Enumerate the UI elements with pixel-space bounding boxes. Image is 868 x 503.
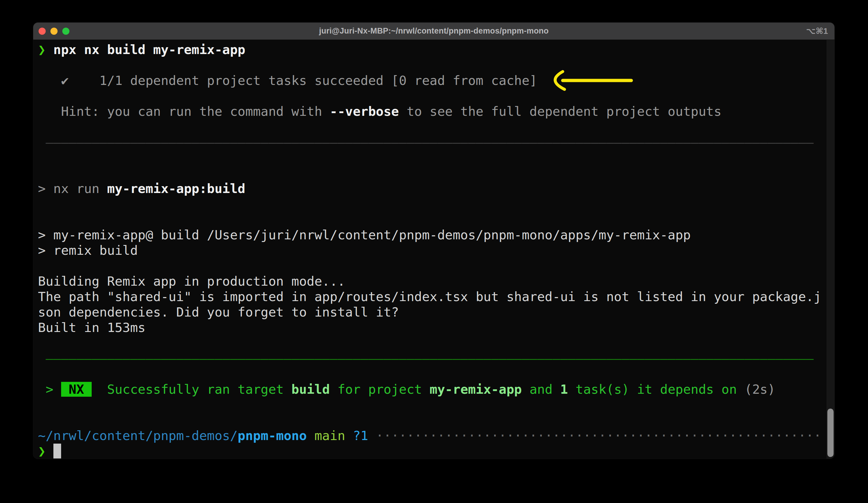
text-greenbold: my-remix-app bbox=[430, 382, 522, 397]
text-plain bbox=[46, 42, 53, 57]
command-line: ❯ npx nx build my-remix-app bbox=[38, 42, 826, 57]
terminal-window: juri@Juri-Nx-MBP:~/nrwl/content/pnpm-dem… bbox=[33, 22, 835, 459]
title-bar[interactable]: juri@Juri-Nx-MBP:~/nrwl/content/pnpm-dem… bbox=[33, 22, 835, 40]
text-dim bbox=[38, 135, 46, 150]
text-greenbold: 1 bbox=[560, 382, 568, 397]
divider-dashed: ————————————————————————————————————————… bbox=[46, 135, 814, 150]
scrollbar-thumb[interactable] bbox=[827, 409, 834, 457]
text-dim: > nx run bbox=[38, 181, 107, 196]
text-green bbox=[92, 382, 107, 397]
building-line: Building Remix app in production mode... bbox=[38, 273, 826, 289]
warning-line-2: son dependencies. Did you forget to inst… bbox=[38, 304, 826, 320]
nx-run-line: > nx run my-remix-app:build bbox=[38, 181, 826, 196]
cwd-path: ~/nrwl/content/pnpm-demos/ bbox=[38, 428, 238, 443]
divider-green: ————————————————————————————————————————… bbox=[46, 351, 814, 366]
duration-text: (2s) bbox=[745, 382, 775, 397]
text-green: task(s) it depends on bbox=[568, 382, 744, 397]
shell-prompt-line: ~/nrwl/content/pnpm-demos/pnpm-mono main… bbox=[38, 428, 826, 443]
prompt-filler-dots: ········································… bbox=[376, 428, 822, 443]
divider-row: ————————————————————————————————————————… bbox=[38, 134, 826, 150]
text-dim: to see the full dependent project output… bbox=[399, 104, 722, 119]
succeeded-text: 1/1 dependent project tasks succeeded [0… bbox=[69, 73, 537, 88]
text-green: and bbox=[522, 382, 560, 397]
text-plain bbox=[38, 351, 46, 366]
cursor-block bbox=[53, 444, 61, 459]
text-plain bbox=[345, 428, 353, 443]
hint-line: Hint: you can run the command with --ver… bbox=[38, 104, 826, 119]
git-branch: main bbox=[314, 428, 345, 443]
text-plain bbox=[46, 444, 53, 459]
minimize-button[interactable] bbox=[50, 28, 58, 35]
text-green: > bbox=[38, 382, 61, 397]
divider-row-green: ————————————————————————————————————————… bbox=[38, 351, 826, 366]
text-plain: Building Remix app in production mode... bbox=[38, 274, 345, 289]
prompt-chevron: ❯ bbox=[38, 42, 46, 57]
command-text: npx nx build my-remix-app bbox=[53, 42, 245, 57]
text-plain: > my-remix-app@ build /Users/juri/nrwl/c… bbox=[38, 228, 691, 242]
scrollbar-track[interactable] bbox=[826, 40, 835, 459]
text-plain: The path "shared-ui" is imported in app/… bbox=[38, 289, 822, 304]
terminal-row bbox=[38, 57, 826, 73]
zoom-button[interactable] bbox=[62, 28, 70, 35]
nx-badge: NX bbox=[61, 382, 92, 397]
window-title: juri@Juri-Nx-MBP:~/nrwl/content/pnpm-dem… bbox=[33, 27, 835, 36]
cwd-dir: pnpm-mono bbox=[238, 428, 307, 443]
remix-build-line: > remix build bbox=[38, 243, 826, 258]
close-button[interactable] bbox=[39, 28, 46, 35]
tab-shortcut-badge: ⌥⌘1 bbox=[806, 22, 828, 40]
task-name: my-remix-app:build bbox=[107, 181, 245, 196]
text-dim: Hint: you can run the command with bbox=[38, 104, 330, 119]
terminal-row bbox=[38, 196, 826, 212]
terminal-row bbox=[38, 165, 826, 181]
terminal-row bbox=[38, 119, 826, 134]
prompt-chevron: ❯ bbox=[38, 444, 46, 459]
text-plain: Built in 153ms bbox=[38, 320, 145, 335]
text-plain bbox=[368, 428, 376, 443]
terminal-row bbox=[38, 335, 826, 351]
tasks-succeeded-line: ✔ 1/1 dependent project tasks succeeded … bbox=[38, 73, 826, 88]
terminal-row bbox=[38, 150, 826, 165]
yellow-arrow-annotation bbox=[544, 70, 633, 91]
text-plain bbox=[307, 428, 314, 443]
terminal-row bbox=[38, 258, 826, 273]
terminal-row bbox=[38, 212, 826, 227]
text-greenbold: build bbox=[291, 382, 330, 397]
check-icon: ✔ bbox=[61, 73, 69, 88]
terminal-output: ❯ npx nx build my-remix-app ✔ 1/1 depend… bbox=[33, 40, 826, 459]
npm-script-line: > my-remix-app@ build /Users/juri/nrwl/c… bbox=[38, 227, 826, 243]
text-plain: > remix build bbox=[38, 243, 138, 258]
success-line: > NX Successfully ran target build for p… bbox=[38, 382, 826, 397]
warning-line-1: The path "shared-ui" is imported in app/… bbox=[38, 289, 826, 304]
text-green: Successfully ran target bbox=[107, 382, 291, 397]
text-dim bbox=[38, 73, 61, 88]
verbose-flag: --verbose bbox=[330, 104, 399, 119]
traffic-lights bbox=[39, 22, 70, 40]
terminal-row bbox=[38, 397, 826, 412]
built-time-line: Built in 153ms bbox=[38, 320, 826, 335]
terminal-row bbox=[38, 366, 826, 382]
text-plain: son dependencies. Did you forget to inst… bbox=[38, 305, 399, 320]
git-status: ?1 bbox=[353, 428, 368, 443]
text-green: for project bbox=[330, 382, 430, 397]
input-line: ❯ bbox=[38, 443, 826, 459]
terminal-row bbox=[38, 412, 826, 428]
terminal-row bbox=[38, 88, 826, 104]
